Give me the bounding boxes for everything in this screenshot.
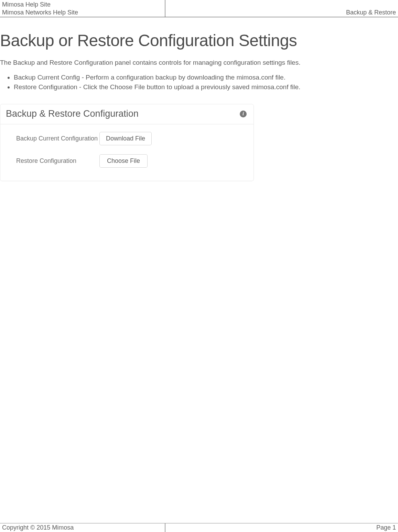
backup-label: Backup Current Configuration	[16, 135, 99, 142]
header-right: Backup & Restore	[165, 0, 398, 17]
intro-text: The Backup and Restore Configuration pan…	[0, 59, 398, 66]
download-file-button[interactable]: Download File	[99, 132, 152, 145]
main-content: Backup or Restore Configuration Settings…	[0, 17, 398, 523]
page-title: Backup or Restore Configuration Settings	[0, 31, 398, 50]
panel-title: Backup & Restore Configuration	[6, 108, 139, 119]
site-title-line2: Mimosa Networks Help Site	[2, 9, 163, 17]
panel-header: Backup & Restore Configuration i	[0, 104, 254, 124]
bullet-list: Backup Current Config - Perform a config…	[14, 73, 398, 92]
config-panel: Backup & Restore Configuration i Backup …	[0, 104, 254, 181]
panel-row-restore: Restore Configuration Choose File	[16, 154, 238, 168]
info-icon-glyph: i	[243, 111, 244, 117]
header-left: Mimosa Help Site Mimosa Networks Help Si…	[0, 0, 165, 17]
section-title: Backup & Restore	[346, 9, 396, 16]
site-title-line1: Mimosa Help Site	[2, 1, 163, 9]
footer-page: Page 1	[165, 523, 398, 532]
restore-label: Restore Configuration	[16, 157, 99, 165]
info-icon[interactable]: i	[240, 111, 247, 117]
panel-row-backup: Backup Current Configuration Download Fi…	[16, 132, 238, 145]
list-item: Backup Current Config - Perform a config…	[14, 73, 398, 82]
page-header: Mimosa Help Site Mimosa Networks Help Si…	[0, 0, 398, 17]
page-footer: Copyright © 2015 Mimosa Page 1	[0, 523, 398, 532]
footer-copyright: Copyright © 2015 Mimosa	[0, 523, 165, 532]
choose-file-button[interactable]: Choose File	[99, 154, 148, 168]
list-item: Restore Configuration - Click the Choose…	[14, 82, 398, 92]
panel-body: Backup Current Configuration Download Fi…	[0, 124, 254, 181]
